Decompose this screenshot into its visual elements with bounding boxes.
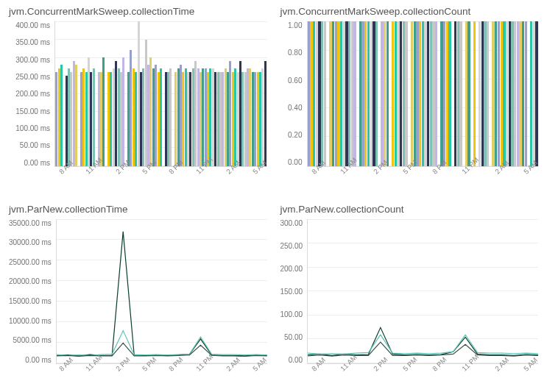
y-tick: 15000.00 ms: [9, 297, 52, 305]
bar: [324, 21, 326, 166]
plot-area[interactable]: [56, 219, 267, 365]
y-tick: 250.00 ms: [15, 73, 50, 81]
y-tick: 150.00: [280, 288, 303, 296]
y-tick: 250.00: [280, 242, 303, 250]
y-tick: 35000.00 ms: [9, 219, 52, 227]
y-tick: 300.00 ms: [15, 56, 50, 64]
y-tick: 150.00 ms: [15, 107, 50, 115]
y-tick: 0.60: [288, 76, 302, 85]
bar: [473, 21, 476, 166]
y-tick: 30000.00 ms: [9, 238, 52, 246]
y-tick: 0.00: [289, 356, 303, 364]
line-series: [308, 219, 538, 364]
bar: [160, 68, 162, 166]
y-axis: 35000.00 ms30000.00 ms25000.00 ms20000.0…: [9, 219, 56, 365]
bars: [55, 21, 267, 166]
bar: [487, 21, 489, 166]
x-axis: 8 AM11 AM2 PM5 PM8 PM11 PM2 AM5 AM: [280, 170, 539, 189]
panel-cms-count: jvm.ConcurrentMarkSweep.collectionCount …: [280, 6, 539, 189]
x-axis: 8 AM11 AM2 PM5 PM8 PM11 PM2 AM5 AM: [280, 367, 539, 386]
bar: [387, 21, 389, 166]
bar: [60, 65, 63, 166]
bar: [535, 21, 537, 166]
plot-area[interactable]: [54, 21, 267, 167]
x-axis: 8 AM11 AM2 PM5 PM8 PM11 PM2 AM5 AM: [9, 367, 267, 386]
y-tick: 25000.00 ms: [9, 258, 52, 266]
series-node-a: [308, 327, 538, 355]
x-axis: 8 AM11 AM2 PM5 PM8 PM11 PM2 AM5 AM: [9, 170, 267, 189]
y-tick: 0.40: [288, 104, 302, 112]
panel-title: jvm.ParNew.collectionCount: [280, 204, 539, 215]
y-tick: 400.00 ms: [15, 21, 50, 29]
line-series: [57, 219, 267, 364]
y-tick: 20000.00 ms: [9, 277, 52, 285]
y-tick: 100.00: [280, 310, 303, 318]
bar: [467, 21, 470, 166]
bar: [459, 21, 462, 166]
plot-area[interactable]: [307, 219, 538, 365]
y-tick: 1.00: [288, 21, 302, 29]
y-tick: 200.00: [280, 265, 303, 273]
y-tick: 0.00 ms: [25, 356, 52, 364]
bar: [435, 21, 437, 166]
bar: [102, 57, 105, 165]
chart[interactable]: 400.00 ms350.00 ms300.00 ms250.00 ms200.…: [9, 21, 267, 189]
y-tick: 50.00 ms: [20, 141, 50, 149]
panel-title: jvm.ConcurrentMarkSweep.collectionCount: [280, 6, 539, 17]
panel-parnew-time: jvm.ParNew.collectionTime 35000.00 ms300…: [9, 204, 267, 387]
panel-title: jvm.ParNew.collectionTime: [9, 204, 267, 215]
y-tick: 50.00: [284, 333, 303, 341]
bar: [448, 21, 451, 166]
bar: [75, 65, 77, 166]
y-tick: 350.00 ms: [15, 38, 50, 46]
series-node-a: [57, 231, 267, 355]
y-tick: 100.00 ms: [15, 124, 50, 132]
y-tick: 10000.00 ms: [9, 317, 52, 325]
y-axis: 1.000.800.600.400.200.00: [280, 21, 307, 167]
y-axis: 300.00250.00200.00150.00100.0050.000.00: [280, 219, 308, 365]
panel-parnew-count: jvm.ParNew.collectionCount 300.00250.002…: [280, 204, 539, 387]
bars: [308, 21, 539, 166]
y-axis: 400.00 ms350.00 ms300.00 ms250.00 ms200.…: [9, 21, 54, 167]
bar: [375, 21, 378, 166]
panel-title: jvm.ConcurrentMarkSweep.collectionTime: [9, 6, 267, 17]
y-tick: 0.20: [288, 131, 302, 139]
series-node-b: [57, 330, 267, 355]
bar: [405, 21, 407, 166]
bar: [93, 68, 95, 166]
y-tick: 300.00: [280, 219, 303, 227]
plot-area[interactable]: [307, 21, 539, 167]
panel-cms-time: jvm.ConcurrentMarkSweep.collectionTime 4…: [9, 6, 267, 189]
chart[interactable]: 300.00250.00200.00150.00100.0050.000.00 …: [280, 219, 539, 387]
bar: [169, 68, 172, 166]
y-tick: 0.00: [288, 158, 302, 166]
chart[interactable]: 1.000.800.600.400.200.00 8 AM11 AM2 PM5 …: [280, 21, 539, 189]
series-node-b: [308, 335, 538, 354]
y-tick: 0.00 ms: [24, 159, 50, 167]
y-tick: 200.00 ms: [15, 90, 50, 98]
bar: [122, 57, 124, 165]
chart[interactable]: 35000.00 ms30000.00 ms25000.00 ms20000.0…: [9, 219, 267, 387]
y-tick: 5000.00 ms: [13, 336, 52, 344]
bar: [525, 21, 527, 166]
chart-grid: jvm.ConcurrentMarkSweep.collectionTime 4…: [9, 6, 538, 386]
y-tick: 0.80: [288, 49, 302, 57]
bar: [264, 61, 267, 165]
bar: [353, 21, 356, 166]
